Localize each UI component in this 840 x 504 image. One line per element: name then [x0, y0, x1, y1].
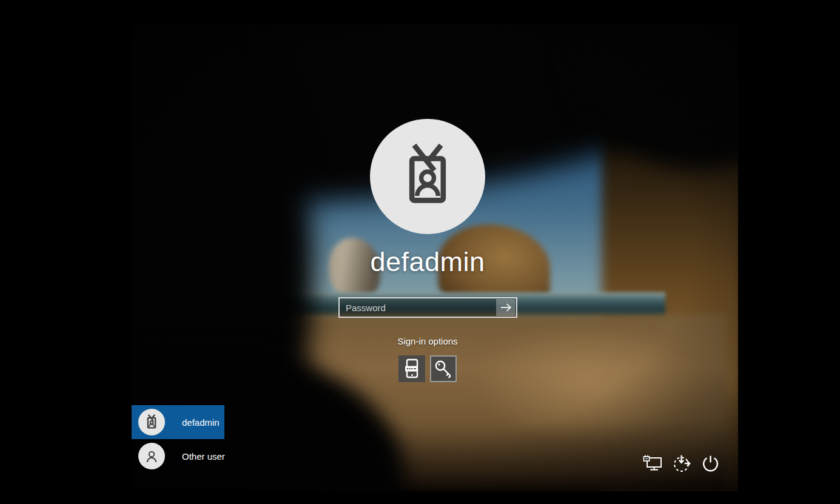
network-icon [643, 454, 664, 472]
user-list: defadmin Other user [132, 405, 253, 473]
system-tray [642, 451, 721, 475]
user-tile-avatar [138, 443, 165, 469]
signin-option-pin-button[interactable] [398, 355, 425, 382]
password-submit-button[interactable] [496, 299, 516, 316]
person-icon [143, 447, 161, 465]
power-icon [701, 454, 720, 473]
user-tile-label: Other user [182, 451, 225, 462]
id-badge-icon [392, 141, 463, 212]
user-tile-defadmin[interactable]: defadmin [132, 405, 224, 439]
user-avatar [370, 119, 485, 234]
user-tile-label: defadmin [182, 417, 220, 428]
key-icon [430, 355, 457, 382]
password-box [338, 297, 517, 318]
pin-pad-icon [398, 355, 425, 382]
power-button[interactable] [699, 451, 721, 475]
signin-option-key-button[interactable] [430, 355, 457, 382]
signin-options-row [398, 355, 457, 382]
ease-of-access-button[interactable] [671, 451, 693, 475]
ease-of-access-icon [673, 454, 691, 473]
user-tile-avatar [138, 409, 165, 435]
signin-options-label[interactable]: Sign-in options [397, 336, 457, 346]
user-tile-other-user[interactable]: Other user [132, 439, 224, 473]
lock-screen: defadmin Sign-in options [132, 24, 738, 491]
id-badge-icon [143, 414, 160, 431]
password-input[interactable] [340, 298, 496, 317]
username-title: defadmin [370, 246, 485, 278]
right-arrow-icon [499, 301, 512, 314]
network-button[interactable] [642, 451, 664, 475]
